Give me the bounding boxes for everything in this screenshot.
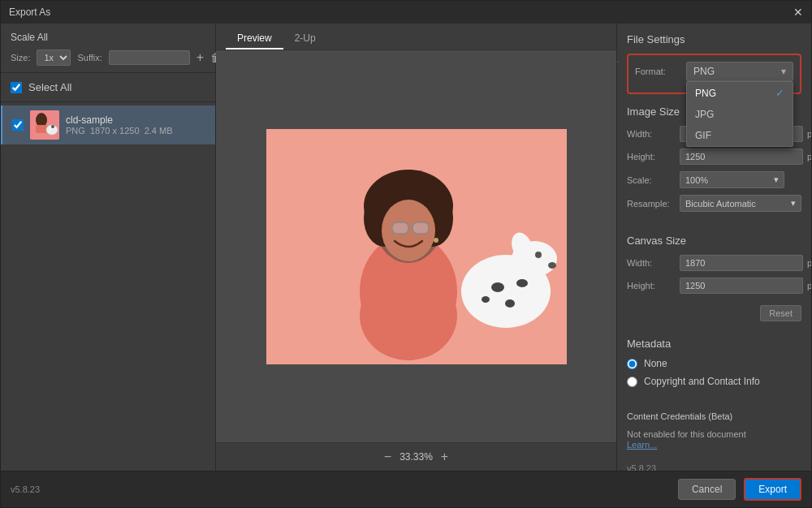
- format-label-row: Format: PNG ▾ PNG ✓: [635, 62, 793, 81]
- suffix-label: Suffix:: [77, 53, 102, 62]
- resample-value: Bicubic Automatic: [685, 199, 756, 209]
- add-scale-button[interactable]: +: [197, 50, 204, 65]
- canvas-width-input[interactable]: [680, 255, 803, 271]
- zoom-value: 33.33%: [400, 451, 433, 463]
- dropdown-item-gif[interactable]: GIF: [687, 125, 793, 146]
- meta-copyright-radio[interactable]: [627, 377, 637, 387]
- file-thumbnail: [30, 110, 59, 140]
- scale-field-value: 100%: [685, 175, 708, 185]
- file-info: cld-sample PNG 1870 x 1250 2.4 MB: [66, 114, 173, 136]
- resample-dropdown[interactable]: Bicubic Automatic ▾: [680, 195, 801, 212]
- resample-row: Resample: Bicubic Automatic ▾: [627, 195, 801, 212]
- height-unit: px: [807, 152, 811, 161]
- annotation-1: 1: [616, 52, 619, 65]
- height-label: Height:: [627, 152, 680, 161]
- export-as-window: Export As ✕ Scale All Size: 1x 2x 3x Suf…: [0, 0, 812, 508]
- content-creds-value: Not enabled for this document: [627, 429, 801, 439]
- bottom-version: v5.8.23: [11, 484, 40, 494]
- file-item[interactable]: cld-sample PNG 1870 x 1250 2.4 MB: [1, 105, 215, 144]
- svg-point-22: [516, 279, 528, 287]
- format-dropdown-wrapper: PNG ▾ PNG ✓ JPG: [686, 62, 793, 81]
- content-creds-title: Content Credentials (Beta): [627, 411, 801, 421]
- canvas-height-input[interactable]: [680, 278, 803, 294]
- file-meta: PNG 1870 x 1250 2.4 MB: [66, 126, 173, 136]
- svg-rect-13: [392, 222, 408, 234]
- preview-tabs: Preview 2-Up: [216, 24, 616, 50]
- zoom-bar: − 33.33% +: [216, 442, 616, 471]
- size-label: Size:: [11, 53, 30, 62]
- file-item-checkbox[interactable]: [12, 119, 24, 131]
- chevron-down-icon: ▾: [781, 66, 786, 77]
- svg-point-4: [51, 125, 54, 128]
- reset-button[interactable]: Reset: [760, 305, 801, 321]
- canvas-height-label: Height:: [627, 281, 680, 291]
- format-label: Format:: [635, 67, 680, 76]
- export-wrapper: Export 2: [744, 478, 801, 501]
- cancel-button[interactable]: Cancel: [678, 479, 736, 500]
- file-list: cld-sample PNG 1870 x 1250 2.4 MB: [1, 102, 215, 471]
- file-name: cld-sample: [66, 114, 173, 126]
- tab-preview[interactable]: Preview: [226, 28, 283, 50]
- dropdown-item-jpg[interactable]: JPG: [687, 104, 793, 125]
- resample-chevron-icon: ▾: [791, 198, 796, 209]
- select-all-checkbox[interactable]: [11, 82, 22, 93]
- file-size: 2.4 MB: [145, 126, 173, 136]
- svg-rect-2: [36, 125, 47, 133]
- svg-point-23: [482, 296, 490, 303]
- export-button[interactable]: Export: [744, 478, 801, 501]
- height-row: Height: px: [627, 149, 801, 165]
- format-dropdown-menu: PNG ✓ JPG GIF: [686, 81, 793, 147]
- resample-label: Resample:: [627, 199, 680, 209]
- file-settings-title: File Settings: [627, 33, 801, 45]
- meta-copyright-label: Copyright and Contact Info: [644, 376, 760, 387]
- svg-point-25: [548, 262, 556, 269]
- zoom-out-button[interactable]: −: [384, 450, 391, 464]
- scale-section: Scale All Size: 1x 2x 3x Suffix: + 🗑: [1, 24, 215, 73]
- center-panel: Preview 2-Up: [216, 24, 616, 471]
- svg-point-21: [505, 299, 515, 308]
- meta-copyright-row: Copyright and Contact Info: [627, 376, 801, 387]
- canvas-width-label: Width:: [627, 258, 680, 268]
- height-input[interactable]: [680, 149, 803, 165]
- content-creds-section: Content Credentials (Beta) Not enabled f…: [627, 411, 801, 450]
- select-all-label: Select All: [28, 81, 71, 93]
- content-creds-link[interactable]: Learn...: [627, 440, 657, 450]
- dropdown-jpg-label: JPG: [695, 109, 714, 120]
- canvas-height-unit: px: [807, 281, 811, 291]
- metadata-radio-group: None Copyright and Contact Info: [627, 358, 801, 387]
- format-section: Format: PNG ▾ PNG ✓: [627, 54, 801, 94]
- svg-point-17: [360, 271, 457, 360]
- window-title: Export As: [9, 6, 50, 18]
- select-all-row: Select All: [1, 73, 215, 102]
- scale-row: Size: 1x 2x 3x Suffix: + 🗑: [11, 50, 205, 66]
- version-text: v5.8.23: [627, 457, 801, 471]
- dropdown-gif-label: GIF: [695, 130, 711, 141]
- meta-none-row: None: [627, 358, 801, 369]
- preview-image: [266, 129, 567, 364]
- canvas-height-row: Height: px: [627, 278, 801, 294]
- preview-area: [216, 50, 616, 442]
- close-button[interactable]: ✕: [793, 6, 803, 19]
- format-value: PNG: [693, 66, 715, 77]
- svg-point-20: [491, 282, 504, 292]
- dropdown-png-label: PNG: [695, 88, 716, 99]
- dropdown-item-png[interactable]: PNG ✓: [687, 82, 793, 104]
- scale-select[interactable]: 1x 2x 3x: [37, 50, 71, 66]
- meta-none-radio[interactable]: [627, 359, 637, 369]
- metadata-title: Metadata: [627, 338, 801, 350]
- scale-field-dropdown[interactable]: 100% ▾: [680, 171, 784, 188]
- zoom-in-button[interactable]: +: [441, 450, 448, 464]
- tab-twoup[interactable]: 2-Up: [283, 28, 327, 50]
- canvas-width-row: Width: px: [627, 255, 801, 271]
- suffix-input[interactable]: [109, 50, 190, 65]
- meta-none-label: None: [644, 358, 667, 369]
- width-unit: px: [807, 129, 811, 139]
- canvas-width-unit: px: [807, 258, 811, 268]
- format-dropdown[interactable]: PNG ▾: [686, 62, 793, 81]
- scale-title: Scale All: [11, 32, 205, 43]
- canvas-size-title: Canvas Size: [627, 235, 801, 247]
- file-dimensions: 1870 x 1250: [90, 126, 140, 136]
- left-panel: Scale All Size: 1x 2x 3x Suffix: + 🗑 Sel: [1, 24, 216, 471]
- main-content: Scale All Size: 1x 2x 3x Suffix: + 🗑 Sel: [1, 24, 811, 471]
- bottom-bar: v5.8.23 Cancel Export 2: [1, 471, 811, 507]
